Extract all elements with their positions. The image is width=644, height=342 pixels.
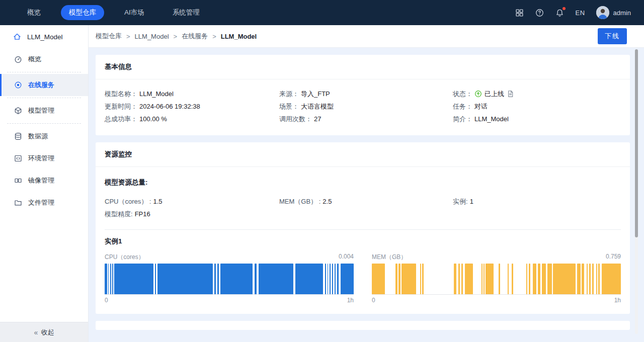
- top-nav-item-1[interactable]: 模型仓库: [61, 5, 104, 20]
- avatar: [596, 6, 609, 19]
- breadcrumb-bar: 模型仓库>LLM_Model>在线服务>LLM_Model 下线: [89, 25, 644, 48]
- page-content: 基本信息 模型名称：LLM_Model来源：导入_FTP状态：已上线更新时间：2…: [89, 48, 644, 330]
- breadcrumb: 模型仓库>LLM_Model>在线服务>LLM_Model: [96, 32, 257, 41]
- basic-info-grid: 模型名称：LLM_Model来源：导入_FTP状态：已上线更新时间：2024-0…: [105, 88, 621, 125]
- scrollbar-track[interactable]: [635, 49, 638, 334]
- document-icon[interactable]: [507, 90, 514, 98]
- sidebar-item[interactable]: 文件管理: [0, 192, 88, 214]
- instance-charts: CPU（cores）0.00401hMEM（GB）0.75901h: [105, 253, 621, 304]
- sidebar-item-label: 镜像管理: [28, 176, 54, 185]
- bell-icon[interactable]: [555, 8, 565, 17]
- sidebar-project[interactable]: LLM_Model: [0, 25, 88, 48]
- info-field: MEM（GB） : 2.5: [279, 195, 453, 208]
- next-card-partial: [96, 321, 630, 330]
- info-field: 场景：大语言模型: [279, 100, 453, 113]
- instance-heading: 实例1: [105, 237, 621, 246]
- sidebar-item[interactable]: 模型管理: [0, 100, 88, 122]
- field-label: 总成功率：: [105, 115, 137, 124]
- info-field: 简介：LLM_Model: [453, 113, 621, 125]
- field-value: 27: [314, 115, 321, 123]
- chart-bar-segment: [110, 264, 111, 294]
- chart-bar-segment: [589, 264, 590, 294]
- field-label: 模型名称：: [105, 90, 137, 99]
- chart-bar-segment: [602, 264, 621, 294]
- field-value: 2.5: [323, 198, 332, 205]
- cube-icon: [14, 107, 22, 115]
- top-nav-menu: 概览模型仓库AI市场系统管理: [0, 5, 208, 20]
- chart-plot-area: [105, 264, 354, 295]
- chart-bar-segment: [508, 264, 509, 294]
- field-value: 对话: [474, 102, 488, 111]
- chart-bar-segment: [499, 264, 500, 294]
- chart-bar-segment: [592, 264, 594, 294]
- field-label: CPU（cores） :: [105, 197, 151, 206]
- info-field: 来源：导入_FTP: [279, 88, 453, 100]
- sidebar-item[interactable]: 镜像管理: [0, 169, 88, 192]
- chart-bar-segment: [533, 264, 536, 294]
- chart-bar-segment: [598, 264, 599, 294]
- field-value: 导入_FTP: [301, 90, 330, 99]
- breadcrumb-item[interactable]: 在线服务: [182, 32, 208, 41]
- chart-bar-segment: [214, 264, 216, 294]
- chart-bar-segment: [458, 264, 460, 294]
- field-label: 实例:: [453, 197, 468, 206]
- field-value: LLM_Model: [474, 115, 509, 123]
- chart-bar-segment: [398, 264, 400, 294]
- chart-plot-area: [372, 264, 621, 295]
- chart-bar-segment: [330, 264, 331, 294]
- apps-grid-icon[interactable]: [515, 8, 524, 17]
- chart-bar-segment: [486, 264, 494, 294]
- section-divider: [105, 229, 621, 230]
- top-nav-item-0[interactable]: 概览: [19, 5, 49, 20]
- sidebar-item-label: 概览: [28, 55, 41, 64]
- chart-bar-segment: [596, 264, 597, 294]
- chart-bar-segment: [325, 264, 326, 294]
- sidebar-item[interactable]: 在线服务: [0, 74, 88, 96]
- field-value: 1: [470, 198, 473, 205]
- basic-info-card: 基本信息 模型名称：LLM_Model来源：导入_FTP状态：已上线更新时间：2…: [96, 55, 630, 135]
- target-icon: [14, 81, 22, 89]
- chart-bar-segment: [335, 264, 336, 294]
- breadcrumb-separator: >: [126, 33, 130, 40]
- chart-bar-segment: [481, 264, 482, 294]
- chart-x-start: 0: [372, 297, 375, 304]
- top-nav-item-3[interactable]: 系统管理: [165, 5, 208, 20]
- main-area: 模型仓库>LLM_Model>在线服务>LLM_Model 下线 基本信息 模型…: [89, 25, 644, 342]
- field-label: 来源：: [279, 90, 299, 99]
- sidebar-item-label: 环境管理: [28, 154, 54, 163]
- top-navigation-bar: 概览模型仓库AI市场系统管理 EN: [0, 0, 644, 25]
- top-nav-actions: EN admin: [515, 6, 644, 19]
- breadcrumb-item[interactable]: 模型仓库: [96, 32, 122, 41]
- resource-monitor-card: 资源监控 模型资源总量: CPU（cores） : 1.5MEM（GB） : 2…: [96, 142, 630, 314]
- sidebar-menu: 概览在线服务模型管理数据源环境管理镜像管理文件管理: [0, 48, 88, 214]
- top-nav-item-2[interactable]: AI市场: [116, 5, 152, 20]
- offline-button[interactable]: 下线: [598, 28, 627, 44]
- chart-bar-segment: [526, 264, 527, 294]
- scrollbar-thumb[interactable]: [635, 49, 638, 237]
- language-toggle[interactable]: EN: [576, 9, 585, 17]
- info-field: CPU（cores） : 1.5: [105, 195, 279, 208]
- sidebar-item[interactable]: 数据源: [0, 125, 88, 147]
- breadcrumb-separator: >: [212, 33, 216, 40]
- breadcrumb-item: LLM_Model: [221, 33, 257, 40]
- chart-bar-segment: [582, 264, 584, 294]
- field-value: 2024-06-06 19:32:38: [139, 103, 200, 110]
- field-value: 1.5: [153, 198, 162, 205]
- field-label: 状态：: [453, 90, 472, 99]
- chart-bar-segment: [155, 264, 156, 294]
- help-icon[interactable]: [535, 8, 544, 17]
- sidebar-item[interactable]: 环境管理: [0, 147, 88, 169]
- sidebar-item[interactable]: 概览: [0, 48, 88, 70]
- info-field: 实例: 1: [453, 195, 621, 208]
- chart-bar-segment: [538, 264, 540, 294]
- sidebar: LLM_Model 概览在线服务模型管理数据源环境管理镜像管理文件管理 « 收起: [0, 25, 89, 342]
- breadcrumb-item[interactable]: LLM_Model: [135, 33, 169, 40]
- info-field: 调用次数：27: [279, 113, 453, 125]
- sidebar-collapse-button[interactable]: « 收起: [0, 322, 88, 342]
- field-label: 任务：: [453, 102, 472, 111]
- folder-icon: [14, 199, 22, 207]
- database-icon: [14, 132, 22, 140]
- model-precision-field: 模型精度: FP16: [105, 208, 621, 220]
- chart-bar-segment: [420, 264, 421, 294]
- user-menu[interactable]: admin: [596, 6, 631, 19]
